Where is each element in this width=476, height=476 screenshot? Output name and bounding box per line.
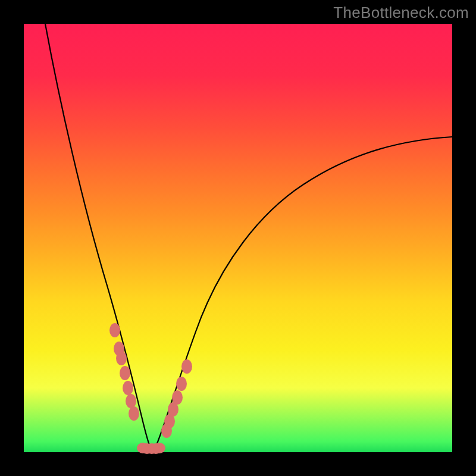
watermark-text: TheBottleneck.com bbox=[333, 4, 469, 22]
marker-dot bbox=[123, 381, 133, 395]
marker-dot bbox=[176, 377, 187, 391]
bottleneck-curve-plot bbox=[24, 24, 452, 452]
marker-dot bbox=[120, 366, 130, 380]
chart-area bbox=[24, 24, 452, 452]
marker-dot bbox=[172, 390, 183, 405]
marker-dot bbox=[126, 394, 136, 408]
marker-dot bbox=[109, 323, 120, 337]
left-branch-curve bbox=[45, 24, 151, 449]
marker-dots-group bbox=[109, 323, 192, 454]
marker-dot bbox=[181, 359, 192, 374]
marker-dot bbox=[116, 351, 127, 365]
marker-dot bbox=[129, 406, 139, 421]
marker-dot bbox=[154, 443, 165, 453]
right-branch-curve bbox=[155, 137, 452, 449]
